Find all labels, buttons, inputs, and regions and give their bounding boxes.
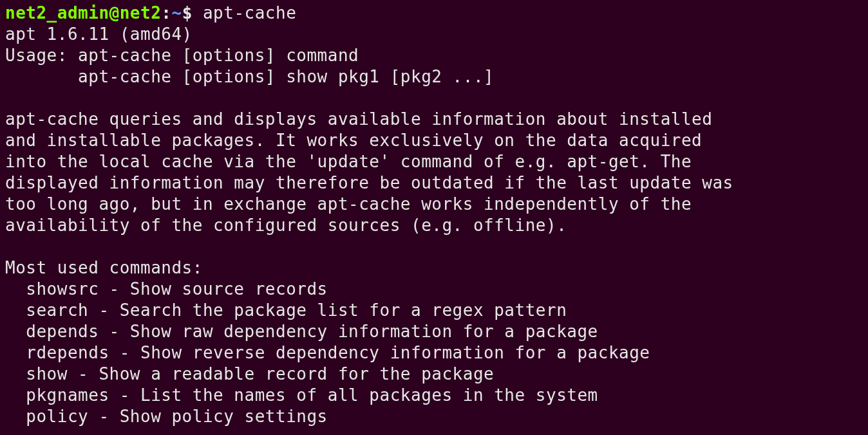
output-cmd-depends: depends - Show raw dependency informatio…: [5, 322, 598, 341]
output-usage-2: apt-cache [options] show pkg1 [pkg2 ...]: [5, 67, 494, 86]
output-desc-3: into the local cache via the 'update' co…: [5, 152, 692, 171]
output-desc-6: availability of the configured sources (…: [5, 216, 567, 235]
output-cmd-pkgnames: pkgnames - List the names of all package…: [5, 385, 598, 405]
prompt-dollar: $: [182, 3, 203, 23]
typed-command: apt-cache: [203, 3, 296, 23]
prompt-line: net2_admin@net2:~$ apt-cache: [5, 3, 296, 23]
output-version: apt 1.6.11 (amd64): [5, 24, 193, 44]
output-usage-1: Usage: apt-cache [options] command: [5, 46, 359, 65]
prompt-sep: :: [161, 3, 171, 23]
prompt-user: net2_admin@net2: [5, 3, 161, 23]
output-cmd-showsrc: showsrc - Show source records: [5, 279, 328, 299]
output-desc-1: apt-cache queries and displays available…: [5, 109, 712, 129]
output-cmd-show: show - Show a readable record for the pa…: [5, 364, 494, 384]
output-desc-2: and installable packages. It works exclu…: [5, 131, 702, 150]
output-desc-5: too long ago, but in exchange apt-cache …: [5, 194, 692, 214]
prompt-path: ~: [171, 3, 182, 23]
terminal-window[interactable]: net2_admin@net2:~$ apt-cache apt 1.6.11 …: [0, 0, 868, 430]
output-desc-4: displayed information may therefore be o…: [5, 173, 733, 192]
output-cmd-policy: policy - Show policy settings: [5, 407, 328, 426]
output-most-used-header: Most used commands:: [5, 258, 203, 277]
output-cmd-rdepends: rdepends - Show reverse dependency infor…: [5, 343, 650, 362]
output-cmd-search: search - Search the package list for a r…: [5, 301, 567, 320]
